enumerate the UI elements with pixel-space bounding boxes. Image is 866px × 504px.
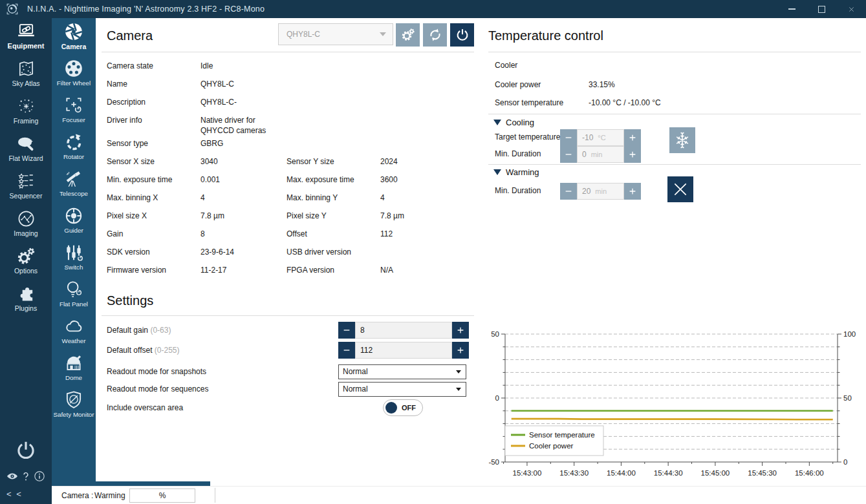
maximize-icon [818, 6, 825, 13]
camera-settings-button[interactable] [396, 23, 420, 47]
cooling-expander[interactable]: Cooling [493, 118, 534, 127]
camera-device-value: QHY8L-C [287, 30, 320, 39]
info-button[interactable] [33, 470, 46, 483]
connect-camera-button[interactable] [450, 23, 474, 47]
offset-decrement-button[interactable] [338, 342, 355, 359]
subnav-item-camera[interactable]: Camera [52, 21, 96, 55]
app-window: N.I.N.A. - Nighttime Imaging 'N' Astrono… [0, 0, 866, 504]
subnav-item-label: Filter Wheel [57, 79, 91, 87]
cooling-duration-decrement-button[interactable] [560, 146, 577, 163]
subnav-item-flatpanel[interactable]: Flat Panel [52, 279, 96, 313]
info-value: QHY8L-C- [200, 97, 287, 107]
svg-text:15:46:00: 15:46:00 [795, 469, 824, 477]
info-row: Sensor X size3040Sensor Y size2024 [107, 154, 479, 172]
info-label: Firmware version [107, 265, 200, 275]
overscan-toggle[interactable]: OFF [383, 399, 423, 416]
subnav-item-safetymonitor[interactable]: Safety Monitor [52, 390, 96, 423]
weather-icon [63, 316, 84, 337]
warming-duration-decrement-button[interactable] [560, 183, 577, 200]
warming-duration-increment-button[interactable] [624, 183, 641, 200]
info-value: 3040 [200, 156, 287, 167]
equipment-icon [16, 21, 36, 41]
focuser-icon [63, 95, 84, 116]
sidebar-item-label: Sequencer [10, 192, 43, 200]
target-temperature-input[interactable]: -10 °C [577, 129, 624, 146]
start-cooling-button[interactable] [669, 127, 695, 153]
subnav-item-dome[interactable]: Dome [52, 353, 96, 386]
warming-expander[interactable]: Warming [493, 167, 539, 177]
default-offset-input[interactable]: 112 [355, 342, 452, 359]
maximize-button[interactable] [806, 0, 836, 18]
subnav-item-switch[interactable]: Switch [52, 242, 96, 276]
cancel-warming-button[interactable] [667, 176, 693, 202]
cooling-header: Cooling [506, 118, 534, 127]
offset-increment-button[interactable] [452, 342, 469, 359]
readout-snapshots-label: Readout mode for snapshots [107, 367, 206, 376]
target-temp-increment-button[interactable] [624, 129, 641, 146]
target-temp-decrement-button[interactable] [560, 129, 577, 146]
info-label: Sensor X size [107, 156, 200, 167]
rescan-devices-button[interactable] [423, 23, 447, 47]
readout-sequences-label: Readout mode for sequences [107, 384, 208, 394]
subnav-item-label: Focuser [62, 116, 85, 123]
close-button[interactable] [836, 0, 866, 18]
subnav-item-guider[interactable]: Guider [52, 205, 96, 239]
subnav-item-label: Switch [65, 264, 83, 271]
flatwizard-icon [16, 134, 36, 154]
equipment-sidebar: CameraFilter WheelFocuserRotatorTelescop… [52, 18, 96, 486]
info-row: Firmware version11-2-17FPGA versionN/A [107, 262, 479, 280]
camera-device-select[interactable]: QHY8L-C [278, 23, 393, 45]
readout-sequences-select[interactable]: Normal [338, 382, 466, 397]
sidebar-item-skyatlas[interactable]: Sky Atlas [0, 59, 52, 93]
collapse-sidebar-button[interactable]: < < [0, 483, 52, 504]
profile-eye-button[interactable] [6, 470, 19, 483]
gain-increment-button[interactable] [452, 322, 469, 339]
subnav-item-filterwheel[interactable]: Filter Wheel [52, 58, 96, 92]
info-value: 3600 [380, 174, 479, 185]
info-label: Driver info [107, 115, 200, 125]
subnav-item-label: Safety Monitor [53, 411, 94, 418]
svg-text:15:44:00: 15:44:00 [607, 469, 636, 477]
subnav-item-telescope[interactable]: Telescope [52, 169, 96, 202]
svg-text:Cooler power: Cooler power [529, 442, 574, 450]
expander-triangle-icon [493, 120, 501, 125]
application-power-button[interactable] [14, 439, 38, 462]
warming-min-duration-input[interactable]: 20 min [577, 183, 624, 200]
sidebar-item-equipment[interactable]: Equipment [0, 21, 52, 56]
sidebar-item-framing[interactable]: Framing [0, 96, 52, 131]
info-row: Pixel size X7.8 µmPixel size Y7.8 µm [107, 208, 479, 226]
minimize-icon [788, 8, 796, 10]
framing-icon [16, 96, 36, 116]
sidebar-item-plugins[interactable]: Plugins [0, 284, 52, 318]
settings-separator [102, 315, 474, 316]
info-value: 23-9-6-14 [200, 247, 287, 257]
subnav-item-focuser[interactable]: Focuser [52, 95, 96, 129]
cooling-duration-increment-button[interactable] [624, 146, 641, 163]
info-value: 2024 [380, 156, 479, 167]
default-gain-input[interactable]: 8 [355, 322, 452, 339]
info-label: Offset [287, 229, 380, 239]
subnav-item-label: Rotator [63, 153, 84, 160]
sidebar-item-imaging[interactable]: Imaging [0, 209, 52, 243]
svg-text:15:44:30: 15:44:30 [654, 469, 683, 477]
gain-decrement-button[interactable] [338, 322, 355, 339]
minimize-button[interactable] [777, 0, 806, 18]
sidebar-bottom: < < [0, 439, 52, 504]
cooler-label: Cooler [495, 61, 517, 70]
info-row: Gain8Offset112 [107, 226, 479, 244]
subnav-item-rotator[interactable]: Rotator [52, 132, 96, 165]
info-value: 7.8 µm [200, 211, 287, 221]
overscan-label: Include overscan area [107, 403, 183, 412]
subnav-item-weather[interactable]: Weather [52, 316, 96, 350]
readout-sequences-row: Readout mode for sequences Normal [107, 381, 472, 397]
readout-snapshots-select[interactable]: Normal [338, 364, 466, 379]
sidebar-item-sequencer[interactable]: Sequencer [0, 171, 52, 205]
sidebar-item-options[interactable]: Options [0, 246, 52, 280]
readout-snapshots-row: Readout mode for snapshots Normal [107, 363, 472, 380]
subnav-item-label: Telescope [60, 190, 88, 197]
target-temperature-unit: °C [598, 134, 605, 142]
status-progress-box: % [129, 488, 195, 503]
help-button[interactable] [19, 470, 32, 483]
sidebar-item-flatwizard[interactable]: Flat Wizard [0, 134, 52, 168]
cooling-min-duration-input[interactable]: 0 min [577, 146, 624, 163]
